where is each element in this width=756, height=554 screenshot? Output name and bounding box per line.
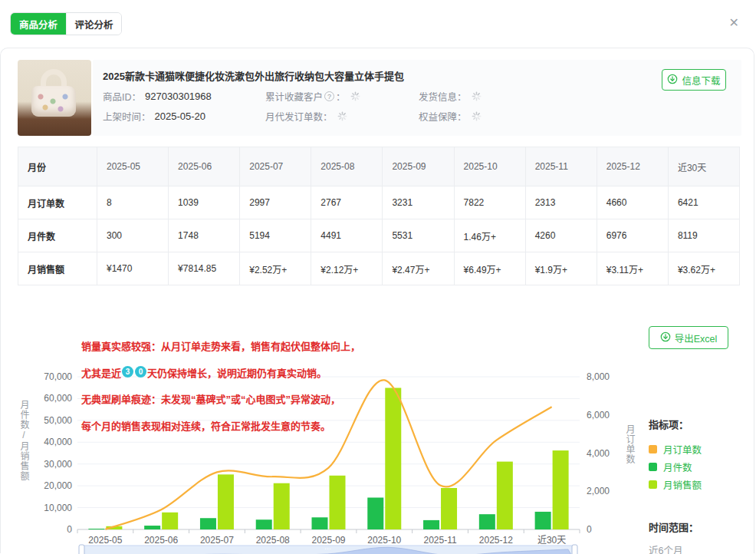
table-month-header: 2025-06 bbox=[169, 147, 240, 186]
svg-text:0: 0 bbox=[587, 524, 592, 535]
export-excel-button[interactable]: 导出Excel bbox=[649, 326, 728, 349]
table-row-label: 月订单数 bbox=[18, 186, 97, 219]
legend-item-月订单数[interactable]: 月订单数 bbox=[649, 440, 748, 458]
table-cell: ¥3.11万+ bbox=[597, 252, 668, 285]
datazoom-grip[interactable]: ⋯ bbox=[324, 545, 331, 552]
svg-text:30,000: 30,000 bbox=[44, 459, 72, 470]
loading-spinner bbox=[472, 91, 482, 101]
legend-item-月件数[interactable]: 月件数 bbox=[649, 458, 748, 476]
svg-text:70,000: 70,000 bbox=[44, 371, 72, 382]
table-cell: 1.46万+ bbox=[454, 219, 525, 252]
svg-text:40,000: 40,000 bbox=[44, 437, 72, 447]
bar-series-月件数 bbox=[88, 497, 551, 529]
svg-text:0: 0 bbox=[67, 524, 72, 535]
monthly-dropship-label: 月代发订单数： bbox=[265, 109, 333, 124]
svg-text:近30天: 近30天 bbox=[537, 535, 566, 546]
table-row: 月件数30017485194449155311.46万+426069768119 bbox=[18, 219, 740, 252]
table-corner-cell: 月份 bbox=[18, 147, 97, 186]
table-cell: 8119 bbox=[668, 219, 739, 252]
range-6-months[interactable]: 近6个月 bbox=[649, 542, 748, 554]
table-head: 月份2025-052025-062025-072025-082025-09202… bbox=[18, 147, 740, 186]
table-cell: ¥2.12万+ bbox=[311, 252, 383, 285]
download-icon bbox=[667, 74, 678, 87]
info-download-label: 信息下载 bbox=[682, 73, 720, 87]
svg-text:2025-06: 2025-06 bbox=[144, 535, 178, 546]
monthly-data-table: 月份2025-052025-062025-072025-082025-09202… bbox=[18, 147, 740, 285]
chart-side-panel: 指标项： 月订单数月件数月销售额 时间范围： 近6个月 近12个月 bbox=[649, 417, 748, 554]
svg-text:20,000: 20,000 bbox=[44, 480, 72, 491]
svg-text:2025-11: 2025-11 bbox=[423, 535, 456, 546]
tab-product-analysis[interactable]: 商品分析 bbox=[11, 13, 66, 35]
table-cell: 4491 bbox=[311, 219, 383, 252]
legend-label: 月件数 bbox=[663, 460, 692, 474]
annotation-text: 天仍保持增长，说明近期仍有真实动销。 bbox=[147, 365, 327, 380]
analysis-card: 2025新款卡通猫咪便捷化妆洗漱包外出旅行收纳包大容量立体手提包 商品ID： 9… bbox=[0, 48, 754, 553]
svg-text:2025-05: 2025-05 bbox=[88, 535, 122, 546]
table-cell: 2997 bbox=[240, 186, 311, 219]
table-row-label: 月件数 bbox=[18, 219, 97, 252]
fav-customers-label: 累计收藏客户 bbox=[265, 89, 323, 104]
legend-swatch bbox=[649, 445, 657, 453]
svg-text:10,000: 10,000 bbox=[44, 503, 72, 513]
table-cell: 7822 bbox=[454, 186, 525, 219]
shipping-info-field: 发货信息： bbox=[419, 89, 482, 104]
table-cell: 2313 bbox=[525, 186, 597, 219]
svg-text:2025-12: 2025-12 bbox=[479, 535, 513, 546]
table-cell: ¥7814.85 bbox=[169, 252, 240, 285]
legend-swatch bbox=[649, 463, 657, 471]
shipping-info-label: 发货信息： bbox=[419, 89, 467, 104]
metrics-title: 指标项： bbox=[649, 417, 748, 431]
table-cell: 6421 bbox=[668, 186, 739, 219]
table-row: 月销售额¥1470¥7814.85¥2.52万+¥2.12万+¥2.47万+¥6… bbox=[18, 252, 740, 285]
svg-text:8,000: 8,000 bbox=[587, 371, 610, 382]
tab-review-analysis[interactable]: 评论分析 bbox=[66, 13, 121, 35]
loading-spinner bbox=[350, 91, 360, 101]
annotation-text: 无典型刷单痕迹：未发现“墓碑式”或“心电图式”异常波动， bbox=[81, 391, 340, 406]
trend-chart-section: 销量真实感较强：从月订单走势来看，销售有起伏但整体向上，尤其是近30天仍保持增长… bbox=[1, 340, 756, 554]
datazoom-handle[interactable] bbox=[572, 545, 577, 554]
rights-field: 权益保障： bbox=[419, 109, 482, 124]
svg-text:2025-08: 2025-08 bbox=[256, 535, 290, 546]
table-cell: 1748 bbox=[169, 219, 240, 252]
table-month-header: 2025-08 bbox=[311, 147, 383, 186]
product-analysis-page: 商品分析 评论分析 ✕ 2025新款卡通猫咪便捷化妆洗漱包外出旅行收纳包大容量立… bbox=[0, 0, 756, 554]
legend-swatch bbox=[649, 480, 657, 489]
help-icon[interactable]: ? bbox=[324, 91, 334, 101]
svg-text:2025-09: 2025-09 bbox=[311, 535, 345, 546]
table-cell: 4260 bbox=[525, 219, 597, 252]
table-month-header: 近30天 bbox=[668, 147, 739, 186]
table-cell: 300 bbox=[97, 219, 169, 252]
table-cell: ¥3.62万+ bbox=[668, 252, 739, 285]
table-month-header: 2025-10 bbox=[454, 147, 525, 186]
listing-date-field: 上架时间： 2025-05-20 bbox=[103, 109, 205, 124]
svg-text:2,000: 2,000 bbox=[587, 486, 610, 496]
time-range-title: 时间范围： bbox=[649, 519, 748, 534]
bag-pattern bbox=[35, 91, 73, 114]
table-cell: ¥2.47万+ bbox=[383, 252, 454, 285]
product-image bbox=[18, 60, 91, 136]
close-icon[interactable]: ✕ bbox=[729, 17, 739, 29]
table-cell: 8 bbox=[97, 186, 169, 219]
loading-spinner bbox=[337, 111, 347, 121]
fav-colon: ： bbox=[336, 89, 346, 104]
right-axis-title: 月订单数 bbox=[625, 424, 634, 464]
table-cell: ¥1470 bbox=[97, 252, 169, 285]
loading-spinner bbox=[472, 111, 482, 121]
legend: 月订单数月件数月销售额 bbox=[649, 440, 748, 493]
legend-item-月销售额[interactable]: 月销售额 bbox=[649, 476, 748, 493]
product-id-value: 927030301968 bbox=[145, 91, 212, 102]
annotation-line: 无典型刷单痕迹：未发现“墓碑式”或“心电图式”异常波动， bbox=[81, 391, 526, 418]
monthly-dropship-field: 月代发订单数： bbox=[265, 109, 347, 124]
svg-text:4,000: 4,000 bbox=[587, 448, 610, 459]
table-month-header: 2025-09 bbox=[383, 147, 454, 186]
download-icon bbox=[660, 331, 671, 345]
info-download-button[interactable]: 信息下载 bbox=[662, 69, 726, 91]
datazoom-slider[interactable]: ⋯ bbox=[79, 545, 577, 554]
legend-label: 月订单数 bbox=[663, 442, 702, 457]
annotation-line: 每个月的销售表现相对连续，符合正常批发生意的节奏。 bbox=[81, 418, 526, 445]
export-excel-label: 导出Excel bbox=[675, 331, 718, 345]
annotation-line: 销量真实感较强：从月订单走势来看，销售有起伏但整体向上， bbox=[81, 338, 526, 365]
annotation-text: 销量真实感较强：从月订单走势来看，销售有起伏但整体向上， bbox=[81, 338, 360, 353]
table-cell: 2767 bbox=[311, 186, 383, 219]
datazoom-handle[interactable] bbox=[79, 545, 84, 554]
